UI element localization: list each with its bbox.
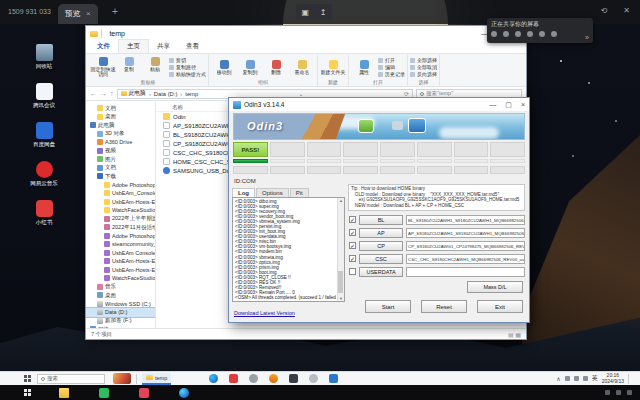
breadcrumb-segment[interactable]: Data (D:) [146,91,177,97]
tree-item[interactable]: WatchFaceStudio [86,206,155,215]
scroll-up-icon[interactable]: ▲ [339,198,343,203]
screen-icon[interactable] [527,31,533,37]
tree-item[interactable]: 视频 [86,147,155,156]
ribbon-small-button[interactable]: 复制路径 [169,64,206,70]
tree-item[interactable]: 下载 [86,172,155,181]
slot-checkbox[interactable] [349,216,356,223]
gray-app-icon[interactable] [249,374,258,383]
slot-file-field[interactable]: AP_S9180ZCU2AWH1_S9180ZCU2AWH1_MQB669825… [406,228,525,238]
tray-icon[interactable] [583,376,588,381]
back-icon[interactable]: ← [90,90,97,97]
notification-area[interactable] [628,374,635,384]
slot-button[interactable]: AP [359,228,403,238]
up-icon[interactable]: ↑ [110,90,114,97]
minimize-icon[interactable]: — [489,101,496,109]
maximize-icon[interactable]: ▢ [505,101,512,109]
slot-button[interactable]: CP [359,241,403,251]
ribbon-button[interactable]: 重命名 [289,60,315,75]
ribbon-tab[interactable]: 共享 [149,40,178,53]
tray-icon[interactable] [565,376,570,381]
ribbon-small-button[interactable]: 粘贴快捷方式 [169,71,206,77]
new-tab-icon[interactable]: + [112,6,118,17]
taskbar-search-input[interactable]: 搜索 [37,374,105,384]
close-icon[interactable]: × [521,101,525,109]
close-icon[interactable]: ✕ [623,6,630,15]
column-name[interactable]: 名称 [172,104,183,111]
slot-button[interactable]: CSC [359,254,403,264]
explorer-titlebar[interactable]: ▏ temp — ▢ × [86,26,526,41]
netease-music-icon[interactable] [229,374,238,383]
slot-file-field[interactable] [406,267,525,277]
download-latest-link[interactable]: Download Latest Version [234,310,295,316]
desktop-icon[interactable]: 百度网盘 [16,122,72,148]
view-toggle-icons[interactable]: ▤ ▦ [508,331,521,338]
slot-file-field[interactable]: CP_S9180ZCU2AWG1_CP24798475_MQB66982506_… [406,241,525,251]
edge-icon[interactable] [179,388,189,398]
forward-icon[interactable]: → [100,90,107,97]
odin-titlebar[interactable]: Odin3 v3.14.4 — ▢ × [229,98,529,111]
taskbar-temp-window[interactable]: temp [142,373,171,385]
slot-file-field[interactable]: BL_S9180ZCU2AWH1_S9180ZCU2AWH1_MQB669825… [406,215,525,225]
settings-icon[interactable] [551,31,557,37]
phone-icon[interactable] [491,31,497,37]
slot-button[interactable]: BL [359,215,403,225]
tree-item[interactable]: 桌面 [86,291,155,300]
firefox-icon[interactable] [269,374,278,383]
ribbon-small-button[interactable]: 历史记录 [378,71,405,77]
tree-item[interactable]: Data (D:) [86,308,155,317]
tab-close-icon[interactable]: × [86,4,91,24]
tray-icon[interactable] [605,390,610,395]
tree-item[interactable]: 文档 [86,104,155,113]
tree-item[interactable]: 2022年11月份活动 [86,223,155,232]
slot-checkbox[interactable] [349,268,356,275]
tree-item[interactable]: Windows SSD (C:) [86,300,155,309]
input-language-indicator[interactable]: 英 [592,374,598,383]
tree-item[interactable]: UsbEAm Consoles Edition [86,249,155,258]
more-icon[interactable]: » [585,35,589,41]
tree-item[interactable]: Adobe Photoshop 2023 [86,181,155,190]
tray-icon[interactable] [616,390,621,395]
ribbon-button[interactable]: 移动到 [211,60,237,75]
start-icon[interactable] [24,389,27,392]
ribbon-tab[interactable]: 文件 [89,40,118,53]
slot-button[interactable]: USERDATA [359,267,403,277]
viewer-toolbar-pill[interactable]: ▣ ↥ [296,4,332,20]
scrollbar-thumb[interactable] [338,271,343,293]
tree-item[interactable]: UsbEAm_Consoles_Edition [86,189,155,198]
log-box[interactable]: <ID:0/003> dtbo.img<ID:0/003> super.img<… [232,197,345,302]
ribbon-button[interactable]: 新建文件夹 [320,60,346,75]
settings-icon[interactable] [309,374,318,383]
tree-item[interactable]: 3D 对象 [86,130,155,139]
tree-item[interactable]: UsbEAm-Hosts-Editor [86,257,155,266]
tree-item[interactable]: UsbEAm-Hosts-Editor-Old [86,266,155,275]
news-widget-icon[interactable] [113,373,131,384]
mass-dl-button[interactable]: Mass D/L [467,281,523,293]
start-button[interactable]: Start [365,300,411,313]
desktop-icon[interactable]: 网易云音乐 [16,161,72,187]
tray-expand-icon[interactable]: ∧ [556,375,560,382]
qq-icon[interactable] [329,374,338,383]
refresh-icon[interactable]: ⟲ [601,6,608,15]
tree-item[interactable]: A360 Drive [86,138,155,147]
ribbon-tab[interactable]: 主页 [118,39,149,53]
tree-item[interactable]: 音乐 [86,283,155,292]
tree-item[interactable]: 桌面 [86,113,155,122]
tree-item[interactable]: 2022年上半年期宣传片 [86,215,155,224]
chevron-down-icon[interactable]: ⌄ [299,90,304,97]
slot-checkbox[interactable] [349,255,356,262]
ribbon-button[interactable]: 复制到 [237,60,263,75]
breadcrumb-segment[interactable]: 此电脑 [129,89,146,98]
scroll-down-icon[interactable]: ▼ [339,296,343,301]
clock[interactable]: 20:16 2024/9/13 [602,373,624,384]
chat-icon[interactable] [539,31,545,37]
explorer-icon[interactable] [59,388,69,398]
upload-icon[interactable]: ↥ [320,8,327,17]
start-icon[interactable] [24,375,27,378]
tree-item[interactable]: 新加卷 (F:) [86,317,155,326]
desktop-icon[interactable]: 小红书 [16,200,72,226]
wechat-icon[interactable] [99,388,109,398]
ribbon-small-button[interactable]: 编辑 [378,64,405,70]
ribbon-button[interactable]: 复制 [116,57,142,77]
ribbon-button[interactable]: 属性 [351,60,377,75]
breadcrumb-segment[interactable]: temp [177,91,198,97]
